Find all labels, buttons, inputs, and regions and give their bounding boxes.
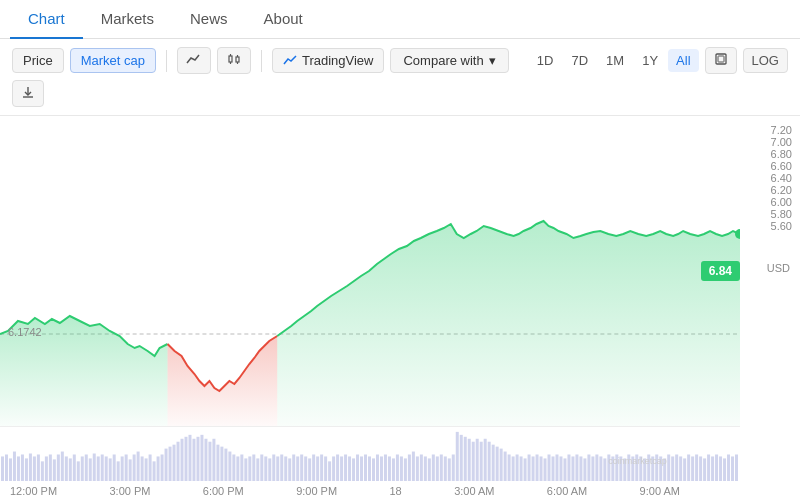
- time-all[interactable]: All: [668, 49, 698, 72]
- svg-rect-24: [53, 459, 56, 481]
- svg-rect-159: [591, 456, 594, 481]
- svg-rect-137: [504, 452, 507, 481]
- svg-rect-125: [456, 432, 459, 481]
- x-label-1: 3:00 PM: [109, 485, 150, 503]
- x-label-7: 9:00 AM: [640, 485, 680, 503]
- svg-rect-28: [69, 458, 72, 481]
- candle-icon: [226, 52, 242, 66]
- time-7d[interactable]: 7D: [563, 49, 596, 72]
- main-chart: 6.1742 6.84: [0, 116, 740, 426]
- svg-rect-194: [731, 456, 734, 481]
- svg-rect-153: [567, 454, 570, 481]
- svg-rect-129: [472, 442, 475, 481]
- svg-rect-126: [460, 435, 463, 481]
- svg-rect-3: [236, 57, 239, 62]
- svg-rect-69: [232, 454, 235, 481]
- svg-rect-121: [440, 454, 443, 481]
- divider-2: [261, 50, 262, 72]
- svg-rect-133: [488, 442, 491, 481]
- svg-rect-102: [364, 454, 367, 481]
- svg-rect-84: [292, 454, 295, 481]
- svg-rect-66: [220, 447, 223, 481]
- svg-rect-124: [452, 454, 455, 481]
- tradingview-button[interactable]: TradingView: [272, 48, 385, 73]
- svg-rect-179: [671, 456, 674, 481]
- tab-about[interactable]: About: [246, 0, 321, 39]
- svg-rect-94: [332, 456, 335, 481]
- compare-button[interactable]: Compare with ▾: [390, 48, 508, 73]
- line-chart-button[interactable]: [177, 47, 211, 74]
- svg-rect-192: [723, 458, 726, 481]
- svg-rect-112: [404, 458, 407, 481]
- y-label-4: 6.40: [740, 172, 792, 184]
- x-label-5: 3:00 AM: [454, 485, 494, 503]
- svg-rect-0: [229, 56, 232, 62]
- y-label-7: 5.80: [740, 208, 792, 220]
- svg-rect-160: [595, 454, 598, 481]
- svg-rect-131: [480, 442, 483, 481]
- time-1d[interactable]: 1D: [529, 49, 562, 72]
- chevron-down-icon: ▾: [489, 53, 496, 68]
- x-label-0: 12:00 PM: [10, 485, 57, 503]
- svg-rect-21: [41, 461, 44, 481]
- fullscreen-button[interactable]: [705, 47, 737, 74]
- svg-rect-41: [121, 456, 124, 481]
- svg-rect-140: [516, 454, 519, 481]
- svg-rect-30: [77, 461, 80, 481]
- svg-rect-57: [185, 437, 188, 481]
- svg-rect-83: [288, 458, 291, 481]
- chart-area[interactable]: 6.1742 6.84: [0, 116, 740, 503]
- watermark: coinmarketcap: [608, 456, 666, 466]
- svg-rect-22: [45, 456, 48, 481]
- svg-rect-16: [21, 454, 24, 481]
- svg-rect-155: [575, 454, 578, 481]
- log-button[interactable]: LOG: [743, 48, 788, 73]
- svg-rect-148: [548, 454, 551, 481]
- svg-rect-118: [428, 458, 431, 481]
- download-button[interactable]: [12, 80, 44, 107]
- marketcap-button[interactable]: Market cap: [70, 48, 156, 73]
- svg-rect-195: [735, 454, 738, 481]
- svg-rect-25: [57, 454, 60, 481]
- svg-rect-158: [587, 454, 590, 481]
- svg-rect-65: [216, 445, 219, 481]
- svg-rect-36: [101, 454, 104, 481]
- svg-rect-180: [675, 454, 678, 481]
- tab-news[interactable]: News: [172, 0, 246, 39]
- svg-rect-114: [412, 452, 415, 481]
- svg-rect-43: [129, 459, 132, 481]
- candle-chart-button[interactable]: [217, 47, 251, 74]
- svg-rect-55: [177, 442, 180, 481]
- svg-rect-92: [324, 456, 327, 481]
- x-axis: 12:00 PM 3:00 PM 6:00 PM 9:00 PM 18 3:00…: [0, 481, 740, 503]
- volume-svg: coinmarketcap: [0, 427, 740, 481]
- svg-rect-50: [157, 456, 160, 481]
- time-1m[interactable]: 1M: [598, 49, 632, 72]
- svg-rect-77: [264, 456, 267, 481]
- svg-rect-105: [376, 454, 379, 481]
- svg-rect-90: [316, 456, 319, 481]
- price-button[interactable]: Price: [12, 48, 64, 73]
- svg-rect-139: [512, 456, 515, 481]
- svg-rect-13: [9, 458, 12, 481]
- svg-rect-61: [200, 435, 203, 481]
- svg-rect-81: [280, 454, 283, 481]
- x-label-6: 6:00 AM: [547, 485, 587, 503]
- y-label-3: 6.60: [740, 160, 792, 172]
- time-group: 1D 7D 1M 1Y All: [529, 49, 699, 72]
- svg-rect-141: [520, 456, 523, 481]
- tab-markets[interactable]: Markets: [83, 0, 172, 39]
- svg-rect-34: [93, 454, 96, 481]
- svg-rect-11: [1, 456, 4, 481]
- svg-rect-70: [236, 456, 239, 481]
- tab-chart[interactable]: Chart: [10, 0, 83, 39]
- y-label-2: 6.80: [740, 148, 792, 160]
- svg-rect-181: [679, 456, 682, 481]
- green-fill-2: [277, 221, 740, 426]
- svg-rect-89: [312, 454, 315, 481]
- time-1y[interactable]: 1Y: [634, 49, 666, 72]
- x-label-4: 18: [390, 485, 402, 503]
- toolbar: Price Market cap TradingView Compare wit…: [0, 39, 800, 116]
- svg-rect-52: [165, 449, 168, 481]
- svg-rect-15: [17, 456, 20, 481]
